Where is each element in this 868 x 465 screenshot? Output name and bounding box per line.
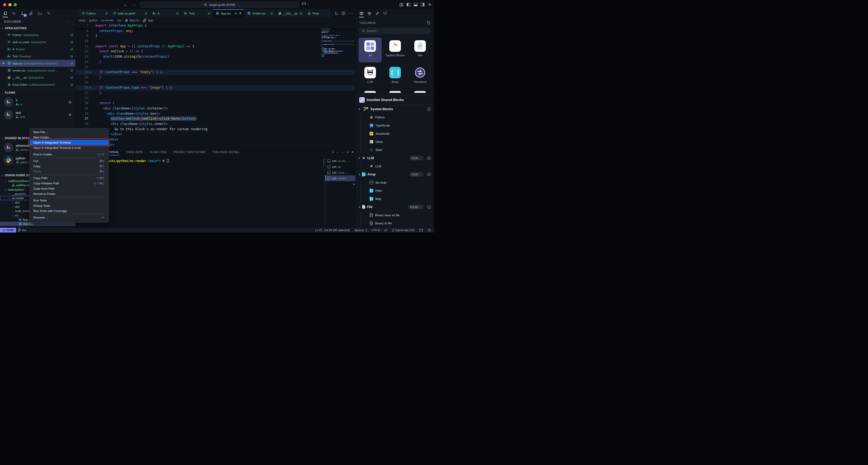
menu-item-cut[interactable]: Cut⌘X <box>30 158 108 164</box>
flow-item[interactable]: sa <box>0 96 75 108</box>
editor-more-actions-icon[interactable]: ··· <box>349 11 353 16</box>
fold-chevron-icon[interactable]: › <box>88 70 92 75</box>
version-dropdown[interactable]: 0.2.6⌄ <box>410 156 423 161</box>
open-editor-item[interactable]: ✕Aflows/aU <box>0 46 75 53</box>
layout-grid-icon[interactable] <box>400 3 403 6</box>
editor-tab-Test[interactable]: TestU <box>181 9 213 17</box>
editor-tab-task.oo.yaml[interactable]: task.oo.yamlU <box>111 9 150 17</box>
fold-ellipsis[interactable]: ⋯ <box>159 70 163 74</box>
menu-item-run-tests-with-coverage[interactable]: Run Tests with Coverage <box>30 208 108 213</box>
open-editor-item[interactable]: ✕Pythontasks/pythonU <box>0 31 75 38</box>
status-cat-icon[interactable] <box>419 229 423 232</box>
editor-tab-Python[interactable]: PythonU <box>79 9 111 17</box>
info-icon[interactable] <box>427 205 431 209</box>
breadcrumb-item[interactable]: tasks <box>79 19 86 22</box>
close-icon[interactable]: ✕ <box>2 62 5 65</box>
menu-item-copy[interactable]: Copy⌘C <box>30 164 108 169</box>
breadcrumb-item[interactable]: App <box>148 19 153 22</box>
open-editor-item[interactable]: ✕task.oo.yamltasks/pythonU <box>0 38 75 46</box>
toolpack-card-All[interactable]: All <box>359 38 382 62</box>
terminal-tab-CODE DEPS[interactable]: CODE DEPS <box>126 149 143 156</box>
menu-item-new-file---[interactable]: New File... <box>30 129 108 135</box>
minimap[interactable] <box>322 24 353 77</box>
editor-tab-render.tsx[interactable]: render.tsxU <box>245 9 276 17</box>
status-item[interactable]: UTF-8 <box>372 229 380 232</box>
menu-item-find-in-folder---[interactable]: Find in Folder...⌥⇧F <box>30 152 108 157</box>
activity-folder-icon[interactable] <box>37 10 43 17</box>
terminal-tab-TOOLPACK INSTALL[interactable]: TOOLPACK INSTALL <box>212 149 240 156</box>
toolpack-card-Transform[interactable]: Transform <box>408 64 432 89</box>
open-editor-item[interactable]: ✕__init__.pytasks/pythonU <box>0 74 75 81</box>
installed-block-Binary save as file[interactable]: Binary save as file <box>361 211 434 219</box>
toolpack-card-Array[interactable]: [ ]Array <box>383 64 407 89</box>
toolpack-card-System Blocks[interactable]: System Blocks <box>383 38 407 62</box>
new-terminal-icon[interactable]: + <box>332 150 334 154</box>
terminal-tab-PROJECT BOOTSTRAP[interactable]: PROJECT BOOTSTRAP <box>174 149 206 156</box>
explorer-more-icon[interactable]: ··· <box>67 20 71 23</box>
version-dropdown[interactable]: 0.0.8⌄ <box>410 172 423 177</box>
maximize-window-button[interactable] <box>14 3 17 6</box>
command-center-search[interactable]: usage-guide [OVM] <box>140 2 299 8</box>
maximize-panel-icon[interactable]: ∧ <box>347 151 348 154</box>
installed-block-Value[interactable]: Value <box>361 138 434 146</box>
info-icon[interactable] <box>427 173 431 176</box>
toolpack-search-input[interactable]: Search <box>359 28 430 34</box>
toggle-right-panel-icon[interactable] <box>421 3 425 6</box>
notifications-bell-icon[interactable] <box>428 229 431 232</box>
settings-gear-icon[interactable] <box>428 3 431 6</box>
breadcrumb-item[interactable]: App.tsx <box>130 19 139 22</box>
gear-icon[interactable] <box>68 100 72 104</box>
installed-block-Filter[interactable]: [ ]Filter <box>361 186 434 195</box>
fold-ellipsis[interactable]: ⋯ <box>169 86 173 90</box>
editor-tab-A[interactable]: AU <box>150 9 181 17</box>
installed-group-LLM[interactable]: ▾LLM0.2.6⌄ <box>356 154 434 162</box>
terminal-tab-FLOW LOGS[interactable]: FLOW LOGS <box>150 149 167 156</box>
gear-icon[interactable] <box>68 113 72 117</box>
installed-group-System Blocks[interactable]: ▾System Blocks <box>356 105 434 113</box>
toolpack-card-LLM[interactable]: LLM <box>359 64 382 89</box>
flows-header[interactable]: ⌄ FLOWS <box>0 89 75 96</box>
toolpack-cube-icon[interactable] <box>360 9 363 17</box>
open-editors-header[interactable]: ⌄ OPEN EDITORS <box>0 25 75 31</box>
installed-block-JavaScript[interactable]: JSJavaScript <box>361 129 434 138</box>
menu-item-reveal-in-finder[interactable]: Reveal in Finder <box>30 191 108 197</box>
tab-close-icon[interactable]: ✕ <box>239 11 242 15</box>
installed-block-LLM[interactable]: LLM <box>361 162 434 170</box>
remote-indicator[interactable]: OVM <box>0 228 16 233</box>
menu-item-copy-relative-path[interactable]: Copy Relative Path⌥⇧⌘C <box>30 181 108 186</box>
info-icon[interactable] <box>427 156 431 160</box>
flow-item[interactable]: testtest <box>0 108 75 121</box>
breadcrumb[interactable]: tasks›python›oo-render›src›App.tsx›App <box>76 17 355 23</box>
menu-item-rename---[interactable]: Rename...↵ <box>30 215 108 220</box>
open-editor-item[interactable]: ✕render.tsxtasks/python/oo-rende…U <box>0 67 75 74</box>
terminal-more-icon[interactable]: ··· <box>341 150 344 154</box>
installed-block-Python[interactable]: Python <box>361 113 434 121</box>
info-icon[interactable] <box>427 107 431 111</box>
installed-block-Map[interactable]: [ ]Map <box>361 195 434 203</box>
ovm-cat-icon[interactable] <box>302 2 306 5</box>
close-window-button[interactable] <box>3 3 6 6</box>
menu-item-copy-host-path[interactable]: Copy Host Path <box>30 186 108 191</box>
git-branch-indicator[interactable]: ma <box>18 229 26 232</box>
editor-tab-Flow[interactable]: Flow <box>305 9 331 17</box>
terminal-scrollbar[interactable] <box>323 159 324 166</box>
activity-files-icon[interactable] <box>2 10 8 17</box>
rocket-icon[interactable] <box>375 9 379 17</box>
open-editor-item[interactable]: ✕App.tsxtasks/python/oo-render/srcU <box>0 60 75 67</box>
installed-block-Binary to file[interactable]: Binary to file <box>361 219 434 227</box>
installed-group-File[interactable]: ▾File0.0.10⌄ <box>356 203 434 211</box>
terminal-session[interactable]: zshoo-ren… <box>325 158 355 164</box>
open-editor-item[interactable]: ✕Flow Editorsubflows/advanced-fl…U <box>0 81 75 88</box>
gift-icon[interactable] <box>368 9 371 17</box>
split-editor-icon[interactable] <box>342 11 345 15</box>
toolpack-card-File[interactable]: File <box>408 38 432 62</box>
menu-item-run-tests[interactable]: Run Tests <box>30 198 108 203</box>
terminal-session[interactable]: zshLocal - … <box>325 170 355 175</box>
back-button[interactable]: ← <box>124 2 127 7</box>
minimize-window-button[interactable] <box>8 3 11 6</box>
installed-group-Array[interactable]: ▾[ ]Array0.0.8⌄ <box>356 170 434 178</box>
version-dropdown[interactable]: 0.0.10⌄ <box>408 205 423 209</box>
breadcrumb-item[interactable]: oo-render <box>101 19 114 22</box>
status-item[interactable]: {} TypeScript JSX <box>392 229 414 232</box>
forward-button[interactable]: → <box>132 2 136 7</box>
